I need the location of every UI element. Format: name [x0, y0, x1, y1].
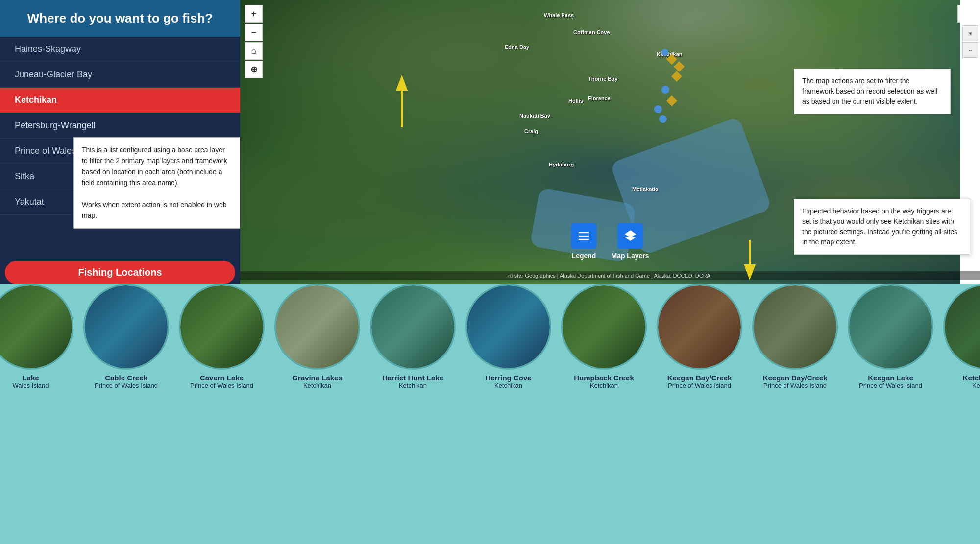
- gallery-sub-8: Prince of Wales Island: [763, 382, 827, 389]
- gallery-item-10[interactable]: Ketchikan Cr. Ketchikan: [941, 284, 980, 389]
- gallery-name-10: Ketchikan Cr.: [963, 374, 980, 382]
- place-label-metlakatla: Metlakatla: [632, 186, 658, 192]
- bottom-section: Lake Wales Island Cable Creek Prince of …: [0, 284, 980, 544]
- gallery-circle-6: [561, 284, 647, 370]
- gallery-sub-2: Prince of Wales Island: [190, 382, 253, 389]
- gallery-circle-3: [274, 284, 360, 370]
- annotation-callout-list: This is a list configured using a base a…: [74, 137, 240, 229]
- gallery-sub-10: Ketchikan: [972, 382, 980, 389]
- map-layers-label: Map Layers: [611, 252, 649, 260]
- gallery-item-7[interactable]: Keegan Bay/Creek Prince of Wales Island: [654, 284, 745, 389]
- place-label-craig: Craig: [524, 128, 538, 134]
- sidebar-item-haines[interactable]: Haines-Skagway: [0, 37, 240, 62]
- gallery-item-3[interactable]: Gravina Lakes Ketchikan: [272, 284, 363, 389]
- gallery-name-0: Lake: [22, 374, 39, 382]
- gallery-item-1[interactable]: Cable Creek Prince of Wales Island: [81, 284, 172, 389]
- map-controls: + − ⌂ ⊕: [245, 5, 263, 78]
- gallery-name-8: Keegan Bay/Creek: [763, 374, 828, 382]
- gallery-name-4: Harriet Hunt Lake: [382, 374, 443, 382]
- map-marker-blue-top[interactable]: [662, 49, 668, 56]
- place-label-naukati: Naukati Bay: [519, 113, 550, 118]
- gallery-circle-5: [466, 284, 551, 370]
- gallery-sub-6: Ketchikan: [590, 382, 618, 389]
- gallery-item-4[interactable]: Harriet Hunt Lake Ketchikan: [368, 284, 458, 389]
- locate-button[interactable]: ⊕: [245, 61, 263, 78]
- main-container: Where do you want to go fish? Haines-Ska…: [0, 0, 980, 544]
- grid-btn-1[interactable]: ⊞: [962, 25, 978, 41]
- place-label-hydaburg: Hydaburg: [549, 162, 574, 167]
- gallery-name-6: Humpback Creek: [574, 374, 634, 382]
- zoom-out-button[interactable]: −: [245, 24, 263, 41]
- gallery-item-9[interactable]: Keegan Lake Prince of Wales Island: [845, 284, 936, 389]
- svg-rect-3: [579, 236, 589, 237]
- map-attribution: rthstar Geographics | Alaska Department …: [240, 271, 980, 280]
- gallery-sub-1: Prince of Wales Island: [95, 382, 158, 389]
- tooltip-filter-annotation: The map actions are set to filter the fr…: [794, 69, 951, 114]
- map-layers-item[interactable]: Map Layers: [611, 223, 649, 260]
- gallery-sub-3: Ketchikan: [303, 382, 331, 389]
- gallery-name-3: Gravina Lakes: [292, 374, 343, 382]
- gallery-item-2[interactable]: Cavern Lake Prince of Wales Island: [176, 284, 267, 389]
- map-area[interactable]: Whale Pass Coffman Cove Edna Bay Thorne …: [240, 0, 980, 284]
- gallery-sub-5: Ketchikan: [494, 382, 522, 389]
- place-label-hollis: Hollis: [568, 98, 583, 104]
- gallery-sub-4: Ketchikan: [399, 382, 427, 389]
- gallery-sub-9: Prince of Wales Island: [859, 382, 922, 389]
- legend-icon-box: [571, 223, 596, 249]
- sidebar: Where do you want to go fish? Haines-Ska…: [0, 0, 240, 284]
- place-label-florence: Florence: [588, 95, 611, 101]
- map-marker-3[interactable]: [659, 115, 667, 123]
- gallery-name-7: Keegan Bay/Creek: [667, 374, 732, 382]
- sidebar-title: Where do you want to go fish?: [0, 0, 240, 37]
- list-icon: [577, 229, 590, 243]
- legend-label: Legend: [572, 252, 596, 260]
- gallery-circle-1: [83, 284, 169, 370]
- gallery-circle-9: [848, 284, 933, 370]
- gallery-item-5[interactable]: Herring Cove Ketchikan: [463, 284, 554, 389]
- zoom-in-button[interactable]: +: [245, 5, 263, 23]
- gallery-item-8[interactable]: Keegan Bay/Creek Prince of Wales Island: [750, 284, 840, 389]
- gallery-name-2: Cavern Lake: [200, 374, 244, 382]
- gallery-item-0[interactable]: Lake Wales Island: [0, 284, 76, 389]
- svg-rect-2: [579, 232, 589, 233]
- tooltip-behavior-text: Expected behavior based on the way trigg…: [802, 207, 957, 246]
- gallery-name-5: Herring Cove: [485, 374, 531, 382]
- gallery-name-9: Keegan Lake: [868, 374, 913, 382]
- gallery-sub-0: Wales Island: [13, 382, 49, 389]
- gallery-circle-4: [370, 284, 456, 370]
- gallery-scroll[interactable]: Lake Wales Island Cable Creek Prince of …: [0, 284, 980, 544]
- layers-icon: [623, 229, 637, 243]
- gallery-circle-10: [943, 284, 980, 370]
- gallery-circle-7: [657, 284, 742, 370]
- sidebar-item-juneau[interactable]: Juneau-Glacier Bay: [0, 62, 240, 88]
- sidebar-item-ketchikan[interactable]: Ketchikan: [0, 88, 240, 113]
- home-button[interactable]: ⌂: [245, 42, 263, 60]
- grid-btn-2[interactable]: ↔: [962, 42, 978, 58]
- fishing-locations-bar[interactable]: Fishing Locations: [5, 261, 235, 284]
- svg-marker-5: [624, 230, 636, 237]
- top-section: Where do you want to go fish? Haines-Ska…: [0, 0, 980, 284]
- gallery-circle-2: [179, 284, 265, 370]
- map-layers-icon-box: [617, 223, 643, 249]
- map-legend-bar: Legend Map Layers: [571, 223, 649, 260]
- tooltip-behavior-annotation: Expected behavior based on the way trigg…: [794, 199, 970, 255]
- svg-rect-4: [579, 239, 589, 240]
- gallery-sub-7: Prince of Wales Island: [668, 382, 731, 389]
- gallery-name-1: Cable Creek: [105, 374, 147, 382]
- gallery-circle-0: [0, 284, 74, 370]
- map-marker-2[interactable]: [654, 105, 662, 113]
- gallery-item-6[interactable]: Humpback Creek Ketchikan: [559, 284, 649, 389]
- place-label-edna: Edna Bay: [505, 44, 529, 50]
- legend-item[interactable]: Legend: [571, 223, 596, 260]
- place-label-coffman: Coffman Cove: [573, 29, 610, 35]
- sidebar-item-petersburg[interactable]: Petersburg-Wrangell: [0, 113, 240, 139]
- tooltip-filter-text: The map actions are set to filter the fr…: [802, 77, 937, 105]
- place-label-whalepass: Whale Pass: [544, 12, 574, 18]
- map-marker-1[interactable]: [662, 86, 669, 94]
- annotation-text-list: This is a list configured using a base a…: [82, 146, 227, 219]
- gallery-circle-8: [752, 284, 838, 370]
- place-label-thorne: Thorne Bay: [588, 76, 618, 82]
